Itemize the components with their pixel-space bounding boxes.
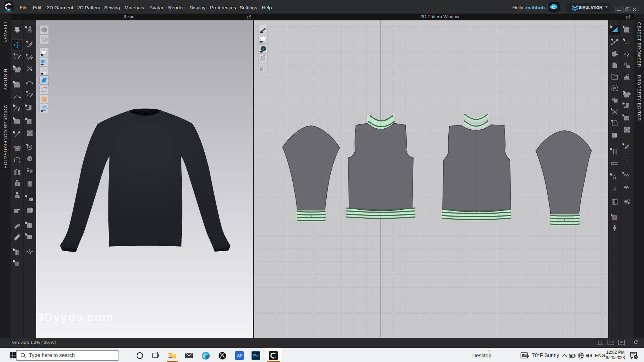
svg-text:i: i — [263, 47, 264, 51]
svg-text:M: M — [237, 352, 242, 358]
svg-text:3: 3 — [635, 356, 636, 359]
svg-text:A: A — [613, 186, 617, 192]
svg-text:Ps: Ps — [253, 353, 259, 358]
svg-text:A: A — [613, 174, 617, 181]
